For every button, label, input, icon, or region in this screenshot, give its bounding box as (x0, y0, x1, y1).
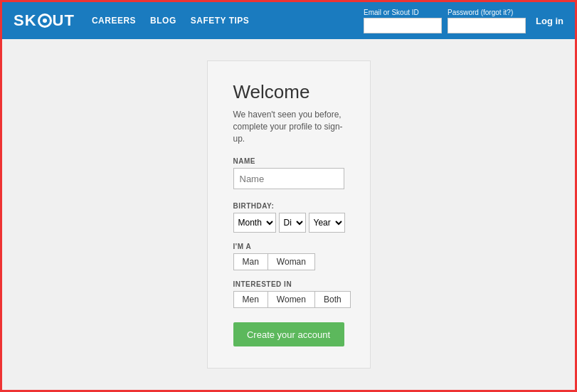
email-input[interactable] (364, 18, 442, 33)
logo-o-icon (38, 14, 52, 28)
birthday-section: BIRTHDAY: Month Di Year (233, 202, 344, 233)
password-label: Password (forgot it?) (448, 9, 526, 16)
nav-blog[interactable]: BLOG (150, 16, 176, 26)
man-button[interactable]: Man (233, 253, 268, 270)
navbar: SKUT CAREERS BLOG SAFETY TIPS Email or S… (2, 2, 575, 39)
men-button[interactable]: Men (233, 291, 268, 308)
nav-careers[interactable]: CAREERS (92, 16, 136, 26)
password-input[interactable] (448, 18, 526, 33)
ima-label: I'M A (233, 243, 344, 250)
day-select[interactable]: Di (279, 213, 306, 233)
name-input[interactable] (233, 168, 344, 189)
gender-toggle-group: Man Woman (233, 253, 344, 270)
welcome-subtitle: We haven't seen you before, complete you… (233, 109, 344, 144)
name-section: NAME (233, 157, 344, 199)
nav-right: Email or Skout ID Password (forgot it?) … (364, 9, 563, 33)
login-button[interactable]: Log in (536, 16, 563, 26)
main-content: Welcome We haven't seen you before, comp… (2, 39, 575, 392)
ima-section: I'M A Man Woman (233, 243, 344, 270)
email-field-group: Email or Skout ID (364, 9, 442, 33)
interest-toggle-group: Men Women Both (233, 291, 344, 308)
birthday-row: Month Di Year (233, 213, 344, 233)
password-field-group: Password (forgot it?) (448, 9, 526, 33)
month-select[interactable]: Month (233, 213, 276, 233)
nav-safety-tips[interactable]: SAFETY TIPS (191, 16, 250, 26)
year-select[interactable]: Year (309, 213, 345, 233)
both-button[interactable]: Both (315, 291, 351, 308)
interested-label: INTERESTED IN (233, 280, 344, 288)
create-account-button[interactable]: Create your account (233, 322, 344, 346)
woman-button[interactable]: Woman (268, 253, 315, 270)
women-button[interactable]: Women (268, 291, 315, 308)
interested-section: INTERESTED IN Men Women Both (233, 280, 344, 308)
name-label: NAME (233, 157, 344, 165)
signup-card: Welcome We haven't seen you before, comp… (207, 60, 371, 369)
birthday-label: BIRTHDAY: (233, 202, 344, 210)
logo[interactable]: SKUT (14, 11, 75, 30)
nav-links: CAREERS BLOG SAFETY TIPS (92, 16, 364, 26)
welcome-title: Welcome (233, 81, 344, 103)
email-label: Email or Skout ID (364, 9, 442, 16)
